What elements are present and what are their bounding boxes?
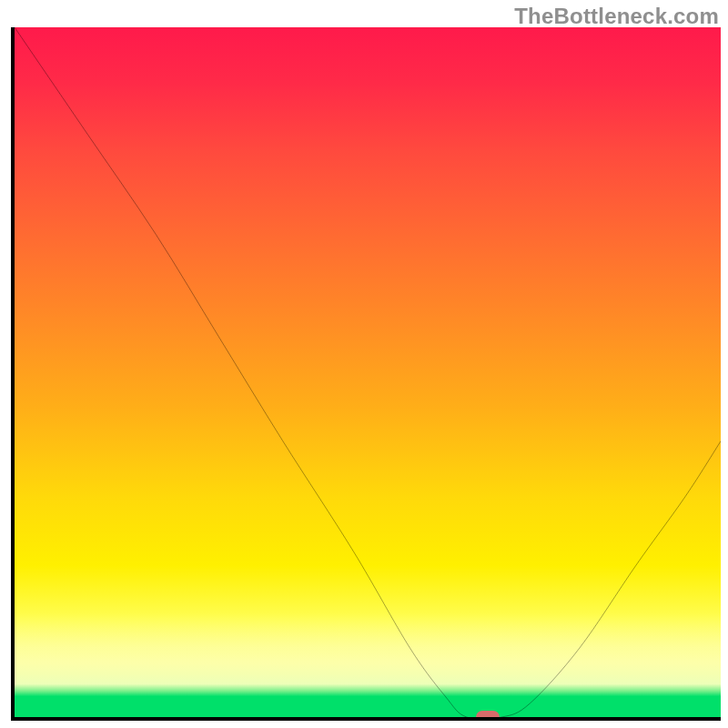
bottleneck-curve bbox=[15, 27, 721, 717]
watermark-text: TheBottleneck.com bbox=[514, 4, 719, 29]
optimal-point-marker bbox=[476, 711, 500, 721]
chart-stage: TheBottleneck.com bbox=[0, 0, 728, 728]
plot-area bbox=[11, 27, 721, 721]
